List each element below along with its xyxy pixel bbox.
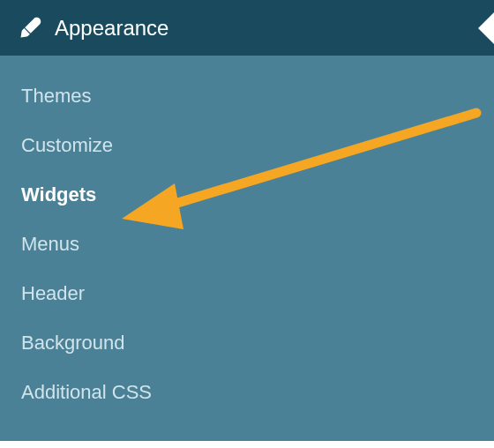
submenu-item-label: Background	[21, 332, 124, 354]
submenu-item-additional-css[interactable]: Additional CSS	[0, 368, 494, 417]
submenu-item-label: Header	[21, 282, 85, 304]
submenu-item-customize[interactable]: Customize	[0, 121, 494, 170]
appearance-submenu: Themes Customize Widgets Menus Header Ba…	[0, 56, 494, 426]
submenu-item-header[interactable]: Header	[0, 269, 494, 318]
submenu-item-label: Themes	[21, 85, 91, 107]
appearance-sidebar: Appearance Themes Customize Widgets Menu…	[0, 0, 494, 448]
submenu-item-label: Menus	[21, 233, 79, 255]
submenu-item-widgets[interactable]: Widgets	[0, 170, 494, 220]
submenu-item-background[interactable]: Background	[0, 318, 494, 368]
submenu-item-label: Customize	[21, 134, 113, 156]
submenu-item-themes[interactable]: Themes	[0, 71, 494, 121]
submenu-item-label: Widgets	[21, 183, 96, 205]
bottom-edge	[0, 441, 494, 448]
appearance-menu-label: Appearance	[55, 16, 168, 41]
paintbrush-icon	[18, 16, 42, 41]
appearance-menu-header[interactable]: Appearance	[0, 0, 494, 56]
active-pointer-icon	[478, 12, 494, 44]
submenu-item-label: Additional CSS	[21, 381, 152, 403]
submenu-item-menus[interactable]: Menus	[0, 220, 494, 269]
